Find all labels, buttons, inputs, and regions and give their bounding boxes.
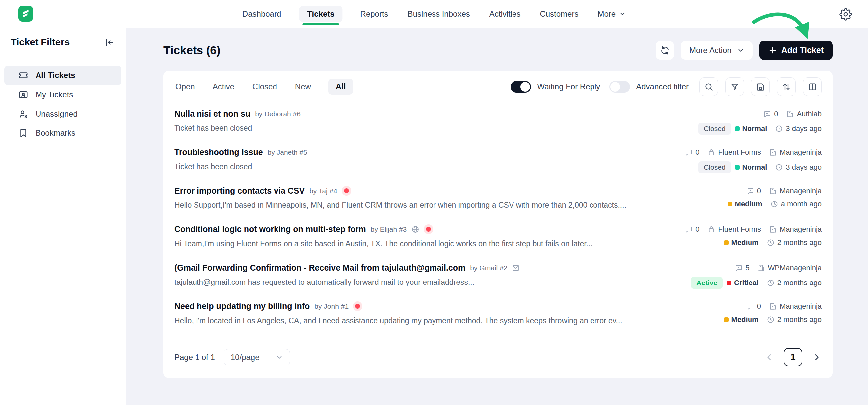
company-name: Manageninja <box>780 302 822 311</box>
pagination: Page 1 of 1 10/page 1 <box>163 334 833 380</box>
nav-more[interactable]: More <box>596 6 627 22</box>
ticket-title[interactable]: Nulla nisi et non su <box>174 109 250 119</box>
refresh-button[interactable] <box>656 41 674 60</box>
add-ticket-button[interactable]: Add Ticket <box>760 41 833 60</box>
nav-label: Tickets <box>307 9 334 19</box>
ticket-row[interactable]: Error importing contacts via CSV by Taj … <box>163 180 833 218</box>
replies-count: 5 <box>745 263 749 272</box>
nav-tickets[interactable]: Tickets <box>299 6 342 22</box>
nav-dashboard[interactable]: Dashboard <box>241 6 282 22</box>
clock-icon <box>767 316 775 324</box>
clock-icon <box>767 239 775 247</box>
sort-button[interactable] <box>777 77 796 96</box>
priority-dot <box>726 281 731 285</box>
ticket-author: by Jonh #1 <box>314 303 348 310</box>
company-name: WPManageninja <box>768 263 822 272</box>
unread-dot-icon <box>355 304 360 309</box>
ticket-title[interactable]: (Gmail Forwarding Confirmation - Receive… <box>174 263 465 273</box>
sidebar-item-unassigned[interactable]: Unassigned <box>4 104 122 124</box>
priority-dot <box>735 165 740 169</box>
search-button[interactable] <box>700 77 718 96</box>
toolbar-controls: Waiting For Reply Advanced filter <box>510 77 822 96</box>
mail-icon <box>512 264 520 272</box>
ticket-title[interactable]: Error importing contacts via CSV <box>174 186 305 195</box>
product-name: Fluent Forms <box>718 225 761 234</box>
ticket-icon <box>18 70 28 80</box>
waiting-for-reply-toggle[interactable] <box>510 81 531 93</box>
priority-label: Medium <box>731 315 759 324</box>
more-action-button[interactable]: More Action <box>681 41 753 60</box>
ticket-author: by Gmail #2 <box>470 264 507 272</box>
collapse-sidebar-icon[interactable] <box>104 37 115 48</box>
company-icon <box>757 264 766 272</box>
toggle-knob <box>611 82 620 92</box>
ticket-time: 2 months ago <box>777 238 822 247</box>
tab-open[interactable]: Open <box>175 79 195 95</box>
priority-dot <box>724 317 728 322</box>
next-page-icon[interactable] <box>812 353 821 362</box>
ticket-snippet: Ticket has been closed <box>174 124 301 133</box>
replies-icon <box>685 225 693 233</box>
company-name: Manageninja <box>780 187 822 195</box>
priority-label: Normal <box>742 163 768 172</box>
nav-activities[interactable]: Activities <box>488 6 522 22</box>
ticket-title[interactable]: Conditional logic not working on multi-s… <box>174 224 366 234</box>
ticket-row[interactable]: (Gmail Forwarding Confirmation - Receive… <box>163 257 833 295</box>
top-navigation-bar: Dashboard Tickets Reports Business Inbox… <box>0 0 868 28</box>
company-icon <box>769 225 777 233</box>
sidebar-item-bookmarks[interactable]: Bookmarks <box>4 124 122 143</box>
status-tabs: Open Active Closed New All <box>175 79 353 95</box>
sidebar-item-label: Bookmarks <box>35 128 75 138</box>
nav-customers[interactable]: Customers <box>538 6 580 22</box>
ticket-title[interactable]: Troubleshooting Issue <box>174 147 263 157</box>
ticket-main: Nulla nisi et non su by Deborah #6 Ticke… <box>174 109 301 141</box>
fluent-support-logo[interactable] <box>18 6 33 22</box>
ticket-row[interactable]: Conditional logic not working on multi-s… <box>163 218 833 257</box>
sidebar-title: Ticket Filters <box>11 37 70 48</box>
sidebar-item-all-tickets[interactable]: All Tickets <box>4 66 122 85</box>
ticket-title[interactable]: Need help updating my billing info <box>174 302 310 311</box>
save-view-button[interactable] <box>751 77 770 96</box>
ticket-row[interactable]: Troubleshooting Issue by Janeth #5 Ticke… <box>163 142 833 180</box>
unread-dot-icon <box>344 188 349 193</box>
plus-icon <box>769 46 777 55</box>
ticket-row[interactable]: Need help updating my billing info by Jo… <box>163 295 833 334</box>
filter-button[interactable] <box>725 77 744 96</box>
ticket-row[interactable]: Nulla nisi et non su by Deborah #6 Ticke… <box>163 103 833 142</box>
tab-closed[interactable]: Closed <box>252 79 278 95</box>
page-number-button[interactable]: 1 <box>784 348 802 367</box>
ticket-snippet: Hi Team,I'm using Fluent Forms on a site… <box>174 239 592 248</box>
ticket-author: by Elijah #3 <box>371 225 407 233</box>
more-action-label: More Action <box>689 46 732 55</box>
nav-reports[interactable]: Reports <box>359 6 390 22</box>
clock-icon <box>767 279 775 287</box>
ticket-meta: 5 WPManageninja Active Critical 2 months… <box>691 263 822 295</box>
user-x-icon <box>18 109 28 119</box>
settings-gear-icon[interactable] <box>839 8 852 21</box>
ticket-meta: 0 Authlab Closed Normal 3 days ago <box>699 109 822 141</box>
chevron-down-icon <box>276 353 283 361</box>
per-page-select[interactable]: 10/page <box>224 349 290 366</box>
tab-new[interactable]: New <box>294 79 312 95</box>
clock-icon <box>770 200 778 208</box>
replies-count: 0 <box>774 110 778 118</box>
product-lock-icon <box>707 225 715 233</box>
tickets-toolbar: Open Active Closed New All Waiting For R… <box>163 71 833 103</box>
ticket-time: 3 days ago <box>786 124 822 133</box>
tab-all[interactable]: All <box>328 79 353 95</box>
columns-button[interactable] <box>803 77 822 96</box>
ticket-time: 2 months ago <box>777 315 822 324</box>
sidebar-item-label: My Tickets <box>35 90 73 99</box>
advanced-filter-toggle[interactable] <box>610 81 630 93</box>
unread-dot-icon <box>426 227 431 232</box>
ticket-time: a month ago <box>781 200 822 209</box>
prev-page-icon[interactable] <box>765 353 774 362</box>
replies-count: 0 <box>757 187 761 195</box>
replies-icon <box>735 264 743 272</box>
ticket-author: by Taj #4 <box>309 187 337 195</box>
tab-active[interactable]: Active <box>212 79 235 95</box>
sidebar-item-my-tickets[interactable]: My Tickets <box>4 85 122 104</box>
nav-business-inboxes[interactable]: Business Inboxes <box>406 6 471 22</box>
replies-icon <box>685 148 693 156</box>
ticket-main: Error importing contacts via CSV by Taj … <box>174 186 626 218</box>
